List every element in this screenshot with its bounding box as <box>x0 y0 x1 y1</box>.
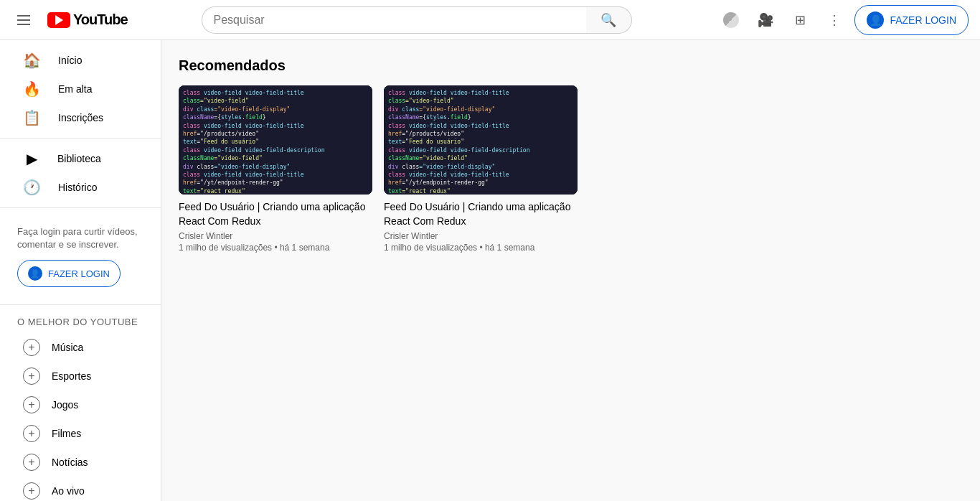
more-options-button[interactable]: ⋮ <box>820 6 849 34</box>
sidebar-login-button[interactable]: 👤 FAZER LOGIN <box>17 260 121 287</box>
theme-toggle-button[interactable] <box>717 6 745 34</box>
plus-icon-noticias: + <box>23 454 40 471</box>
history-icon: 🕐 <box>23 179 41 196</box>
sidebar-label-filmes: Filmes <box>52 428 81 439</box>
plus-icon-esportes: + <box>23 367 40 385</box>
video-card-2[interactable]: class video-field video-field-title clas… <box>384 85 578 253</box>
video-info-2: Feed Do Usuário | Criando uma aplicação … <box>384 200 578 253</box>
search-icon: 🔍 <box>600 12 616 28</box>
sidebar-item-inicio[interactable]: 🏠 Início <box>6 46 155 75</box>
sidebar-library-section: ▶ Biblioteca 🕐 Histórico <box>0 139 161 208</box>
sidebar-label-musica: Música <box>52 342 83 353</box>
sidebar-nav-section: 🏠 Início 🔥 Em alta 📋 Inscrições <box>0 40 161 139</box>
search-bar: 🔍 <box>202 6 632 34</box>
library-icon: ▶ <box>23 150 40 167</box>
home-icon: 🏠 <box>23 52 41 69</box>
hamburger-menu[interactable] <box>11 9 36 31</box>
sidebar-promo-section: Faça login para curtir vídeos, comentar … <box>0 208 161 305</box>
sidebar-label-inicio: Início <box>58 55 82 66</box>
video-title-1: Feed Do Usuário | Criando uma aplicação … <box>179 200 372 228</box>
sidebar-label-esportes: Esportes <box>52 370 91 382</box>
thumbnail-code-1: class video-field video-field-title clas… <box>179 85 372 195</box>
sidebar-best-section: O MELHOR DO YOUTUBE + Música + Esportes … <box>0 305 161 501</box>
sidebar-login-avatar-icon: 👤 <box>28 266 42 281</box>
sidebar-label-inscricoes: Inscrições <box>58 112 103 123</box>
more-options-icon: ⋮ <box>828 12 841 28</box>
trending-icon: 🔥 <box>23 80 41 98</box>
sidebar-label-biblioteca: Biblioteca <box>57 153 101 164</box>
logo[interactable]: YouTube <box>47 11 128 28</box>
main-content: Recomendados class video-field video-fie… <box>161 40 980 501</box>
best-section-title: O MELHOR DO YOUTUBE <box>0 311 161 333</box>
sidebar-item-biblioteca[interactable]: ▶ Biblioteca <box>6 144 155 173</box>
sidebar-item-ao-vivo[interactable]: + Ao vivo <box>6 477 155 501</box>
sidebar-label-jogos: Jogos <box>52 399 78 411</box>
sidebar-item-jogos[interactable]: + Jogos <box>6 390 155 419</box>
apps-button[interactable]: ⊞ <box>786 6 814 34</box>
sidebar-promo: Faça login para curtir vídeos, comentar … <box>0 214 161 299</box>
header-left: YouTube <box>11 9 128 31</box>
plus-icon-filmes: + <box>23 425 40 442</box>
video-channel-1: Crisler Wintler <box>179 231 372 241</box>
video-text-1: Feed Do Usuário | Criando uma aplicação … <box>179 200 372 253</box>
login-button[interactable]: 👤 FAZER LOGIN <box>854 5 969 35</box>
video-info-1: Feed Do Usuário | Criando uma aplicação … <box>179 200 372 253</box>
create-icon: 🎥 <box>758 12 773 28</box>
video-meta-2: 1 milho de visualizações • há 1 semana <box>384 243 578 253</box>
sidebar-item-filmes[interactable]: + Filmes <box>6 419 155 448</box>
sidebar-item-inscricoes[interactable]: 📋 Inscrições <box>6 103 155 132</box>
videos-grid: class video-field video-field-title clas… <box>179 85 963 253</box>
sidebar-login-label: FAZER LOGIN <box>48 268 110 279</box>
plus-icon-ao-vivo: + <box>23 482 40 500</box>
video-thumbnail-2: class video-field video-field-title clas… <box>384 85 578 195</box>
sidebar: 🏠 Início 🔥 Em alta 📋 Inscrições ▶ Biblio… <box>0 40 161 501</box>
logo-text: YouTube <box>73 11 128 28</box>
video-thumbnail-1: class video-field video-field-title clas… <box>179 85 372 195</box>
youtube-logo-icon <box>47 12 70 28</box>
subscriptions-icon: 📋 <box>23 109 41 126</box>
header-right: 🎥 ⊞ ⋮ 👤 FAZER LOGIN <box>717 5 969 35</box>
plus-icon-jogos: + <box>23 396 40 413</box>
video-meta-1: 1 milho de visualizações • há 1 semana <box>179 243 372 253</box>
video-title-2: Feed Do Usuário | Criando uma aplicação … <box>384 200 578 228</box>
section-title: Recomendados <box>179 57 963 74</box>
search-button[interactable]: 🔍 <box>586 6 632 34</box>
theme-toggle-icon <box>723 12 739 28</box>
video-channel-2: Crisler Wintler <box>384 231 578 241</box>
login-button-label: FAZER LOGIN <box>890 14 956 26</box>
sidebar-label-historico: Histórico <box>58 182 97 193</box>
create-video-button[interactable]: 🎥 <box>751 6 780 34</box>
search-input[interactable] <box>202 6 586 34</box>
header-center: 🔍 <box>128 6 706 34</box>
thumbnail-code-2: class video-field video-field-title clas… <box>384 85 578 195</box>
sidebar-label-em-alta: Em alta <box>58 83 92 95</box>
sidebar-label-noticias: Notícias <box>52 456 88 468</box>
video-text-2: Feed Do Usuário | Criando uma aplicação … <box>384 200 578 253</box>
sidebar-item-esportes[interactable]: + Esportes <box>6 362 155 390</box>
header: YouTube 🔍 🎥 ⊞ ⋮ 👤 FAZER LOGIN <box>0 0 980 40</box>
apps-icon: ⊞ <box>795 12 806 28</box>
plus-icon-musica: + <box>23 339 40 356</box>
sidebar-item-noticias[interactable]: + Notícias <box>6 448 155 477</box>
sidebar-promo-text: Faça login para curtir vídeos, comentar … <box>17 225 143 251</box>
video-card-1[interactable]: class video-field video-field-title clas… <box>179 85 372 253</box>
sidebar-item-musica[interactable]: + Música <box>6 333 155 362</box>
sidebar-label-ao-vivo: Ao vivo <box>52 485 85 497</box>
sidebar-item-historico[interactable]: 🕐 Histórico <box>6 173 155 202</box>
sidebar-item-em-alta[interactable]: 🔥 Em alta <box>6 75 155 103</box>
login-avatar-icon: 👤 <box>867 11 884 29</box>
